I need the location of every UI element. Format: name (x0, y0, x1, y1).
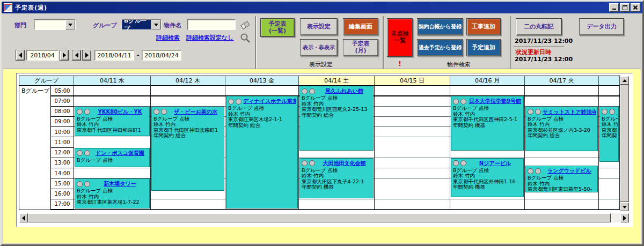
schedule-list-button[interactable]: 予定表 (一覧) (260, 18, 295, 37)
event-card[interactable]: ディナイスホテル東京Bグループ 点検鈴木 竹内東京都江東区木場2-1-1年間契約… (226, 96, 298, 208)
scroll-up-button[interactable] (620, 76, 629, 85)
grid-day-column[interactable]: ビBグルー鈴木 竹東京都年間契 (599, 86, 620, 210)
search-button[interactable] (239, 32, 252, 44)
detail-search-link[interactable]: 詳細検索 (156, 34, 180, 42)
prev-month-button[interactable] (16, 50, 25, 61)
status-circle-icon (161, 109, 167, 115)
minimize-button[interactable] (609, 3, 619, 12)
grid-day-header (599, 76, 620, 86)
event-card[interactable]: ラングウッドビルBグループ 点検鈴木 竹内東京都荒川区東日暮里5-50- (525, 166, 598, 192)
grid-day-header: 04/17 火 (525, 76, 599, 86)
event-link[interactable]: Nジアービル (468, 160, 522, 167)
dept-dropdown-button[interactable] (65, 20, 75, 29)
property-name-input[interactable] (187, 19, 236, 30)
status-update-label: 状況更新日時 (516, 48, 551, 56)
event-link[interactable]: 尾久ふれあい館 (317, 87, 372, 95)
grid-day-column[interactable]: 日本大学法学部9号館Bグループ 点検鈴木 竹内東京都千代田区西神田2-5-1年間… (450, 86, 525, 210)
display-settings-button[interactable]: 表示設定 (300, 18, 338, 35)
group-select[interactable]: Bグループ (122, 19, 162, 30)
arrow-right-icon (85, 53, 89, 58)
edit-screen-button[interactable]: 編集画面 (343, 18, 378, 35)
window-title: 予定表(週) (15, 4, 606, 12)
close-button[interactable] (631, 3, 640, 12)
horizontal-scroll-thumb[interactable] (28, 213, 611, 222)
grid-day-column[interactable]: サミットストア妙法寺Bグループ 点検鈴木 竹内東京都杉並区堀ノ内3-3-20年間… (525, 86, 599, 210)
clear-button[interactable] (239, 18, 252, 31)
status-circle-icon (153, 109, 159, 115)
grid-time-cell: 05:00 (50, 86, 74, 96)
event-card[interactable]: NジアービルBグループ 点検鈴木 竹内東京都千代田区外神田1-16-年間契約 機… (451, 158, 524, 197)
prev-week-button[interactable] (72, 50, 81, 61)
grid-day-column[interactable] (375, 86, 450, 210)
status-circle-icon (302, 88, 308, 94)
register-from-contract-button[interactable]: 契約台帳から登録 (417, 18, 463, 35)
status-circle-icon (460, 99, 466, 105)
eraser-icon (240, 19, 251, 30)
data-output-button[interactable]: データ出力 (579, 18, 624, 35)
date-from-input[interactable]: 2018/04/11 (94, 50, 134, 61)
scroll-left-button[interactable] (19, 213, 28, 222)
grid-day-column[interactable]: ザ・ビーお茶の水Bグループ 点検鈴木 竹内東京都千代田区神田淡路町1年間契約 総… (151, 86, 225, 210)
group-row-label: Bグループ (19, 86, 50, 210)
date-range-separator: - (137, 51, 140, 58)
event-card[interactable]: サミットストア妙法寺Bグループ 点検鈴木 竹内東京都杉並区堀ノ内3-3-20年間… (525, 107, 598, 152)
event-link[interactable]: 新木場タワー (92, 180, 148, 188)
event-detail-line: 鈴木 竹 (600, 122, 618, 128)
ninomaru-transfer-button[interactable]: 二の丸転記 (516, 18, 562, 35)
register-from-past-button[interactable]: 過去予定から登録 (417, 39, 463, 56)
group-dropdown-button[interactable] (151, 20, 161, 29)
minimize-icon (612, 9, 616, 10)
event-link[interactable]: YKK80ビル・YK (92, 108, 148, 116)
add-schedule-button[interactable]: 予定追加 (466, 39, 501, 56)
add-construction-button[interactable]: 工事追加 (466, 18, 501, 35)
grid-day-column[interactable]: YKK80ビル・YKBグループ 点検鈴木 竹内東京都千代田区神田和泉町1ドン・ボ… (74, 86, 151, 210)
month-input[interactable]: 2018/04 (26, 50, 58, 61)
status-circle-icon (602, 109, 608, 115)
event-detail-line: 鈴木 竹内 (526, 122, 597, 128)
event-detail-line: 年間契約 機器 (451, 184, 523, 190)
status-circle-icon (535, 109, 541, 115)
grid-day-header: 04/16 月 (450, 76, 525, 86)
event-card[interactable]: 日本大学法学部9号館Bグループ 点検鈴木 竹内東京都千代田区西神田2-5-1年間… (451, 96, 524, 151)
scroll-right-button[interactable] (620, 213, 629, 222)
event-card[interactable]: 尾久ふれあい館Bグループ 点検鈴木 竹内東京都荒川区西尾久2-25-13年間契約… (299, 86, 374, 151)
arrow-down-icon (623, 206, 627, 208)
event-card[interactable]: YKK80ビル・YKBグループ 点検鈴木 竹内東京都千代田区神田和泉町1 (75, 107, 150, 137)
event-link[interactable]: ディナイスホテル東京 (243, 98, 296, 105)
date-to-input[interactable]: 2018/04/24 (142, 50, 181, 61)
event-card[interactable]: ビBグルー鈴木 竹東京都年間契 (599, 107, 619, 162)
event-card[interactable]: ドン・ボスコ保育園Bグループ 点検 (75, 148, 150, 168)
schedule-month-button[interactable]: 予定表 (月) (343, 39, 378, 56)
maximize-icon (623, 5, 627, 10)
event-link[interactable]: ラングウッドビル (543, 167, 596, 175)
event-link[interactable]: ビ (617, 108, 617, 116)
grid-time-cell: 14:00 (50, 168, 74, 178)
event-card[interactable]: ザ・ビーお茶の水Bグループ 点検鈴木 竹内東京都千代田区神田淡路町1年間契約 総… (151, 107, 224, 191)
show-hide-button[interactable]: 表示・非表示 (300, 39, 338, 56)
dept-label: 部門 (14, 21, 26, 29)
event-card[interactable]: 大田池田文化会館Bグループ 点検鈴木 竹内東京都大田区下丸子4-22-1年間契約… (299, 158, 374, 198)
grid-time-cell: 12:00 (50, 148, 74, 158)
event-link[interactable]: ザ・ビーお茶の水 (169, 108, 223, 116)
unchecked-list-button[interactable]: 未点検 一覧 (387, 18, 413, 57)
horizontal-scrollbar[interactable] (19, 213, 629, 222)
next-week-button[interactable] (82, 50, 91, 61)
grid-day-column[interactable]: 尾久ふれあい館Bグループ 点検鈴木 竹内東京都荒川区西尾久2-25-13年間契約… (299, 86, 375, 210)
vertical-scrollbar[interactable] (620, 76, 629, 211)
dept-select[interactable] (34, 19, 76, 30)
status-circle-icon (77, 181, 83, 187)
event-link[interactable]: ドン・ボスコ保育園 (92, 150, 148, 157)
vertical-scroll-thumb[interactable] (620, 85, 629, 202)
property-search-group-label: 物件検索 (417, 61, 501, 69)
grid-day-column[interactable]: ディナイスホテル東京Bグループ 点検鈴木 竹内東京都江東区木場2-1-1年間契約… (225, 86, 299, 210)
maximize-button[interactable] (620, 3, 630, 12)
next-month-button[interactable] (60, 50, 69, 61)
event-link[interactable]: 大田池田文化会館 (317, 160, 372, 167)
detail-search-status-link[interactable]: 詳細検索設定なし (186, 34, 234, 42)
schedule-grid: グループ04/11 水04/12 木04/13 金04/14 土04/15 日0… (19, 76, 620, 210)
arrow-left-icon (19, 53, 22, 58)
event-card[interactable]: 新木場タワーBグループ 点検鈴木 竹内東京都江東区新木場1-7-22 (75, 178, 150, 208)
scroll-down-button[interactable] (620, 203, 629, 211)
event-link[interactable]: サミットストア妙法寺 (543, 108, 596, 116)
event-link[interactable]: 日本大学法学部9号館 (468, 98, 522, 105)
